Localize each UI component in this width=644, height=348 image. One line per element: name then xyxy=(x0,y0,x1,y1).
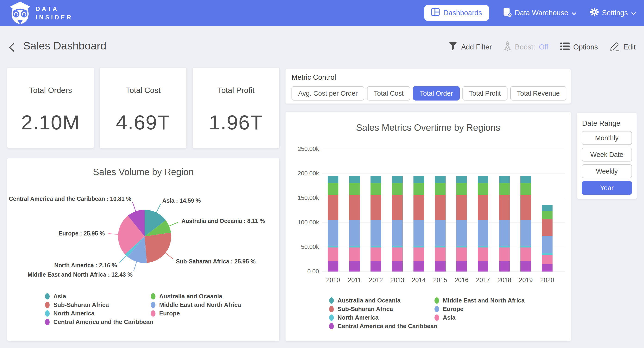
add-filter-button[interactable]: Add Filter xyxy=(448,42,492,53)
bar-segment-2015-europe xyxy=(435,220,446,245)
kpi-value: 1.96T xyxy=(193,111,279,134)
legend-label: Australia and Oceania xyxy=(338,297,400,304)
bar-segment-2010-europe xyxy=(328,220,338,245)
bar-segment-2019-europe xyxy=(520,220,531,245)
date-range-title: Date Range xyxy=(582,119,620,128)
pie-legend-item-europe[interactable]: Europe xyxy=(151,309,241,318)
brand-line1: DATA xyxy=(36,5,73,13)
bar-segment-2017-middle-east-and-north-africa xyxy=(478,183,488,195)
bar-segment-2016-europe xyxy=(456,220,467,245)
bar-segment-2014-central-america-and-the-caribbean xyxy=(414,261,424,271)
bar-legend-item-asia[interactable]: Asia xyxy=(434,313,524,322)
bar-legend-item-north-america[interactable]: North America xyxy=(329,313,438,322)
bar-legend-item-australia-and-oceania[interactable]: Australia and Oceania xyxy=(329,296,438,305)
database-icon xyxy=(502,7,512,19)
bar-segment-2015-asia xyxy=(435,247,446,261)
kpi-value: 4.69T xyxy=(100,111,186,134)
bar-segment-2014-europe xyxy=(414,220,424,245)
pie-legend-item-middle-east-and-north-africa[interactable]: Middle East and North Africa xyxy=(151,301,241,309)
pie-slice-sub-saharan-africa xyxy=(144,232,171,263)
pie-legend-item-australia-and-oceania[interactable]: Australia and Oceania xyxy=(151,292,241,301)
bar-segment-2012-australia-and-oceania xyxy=(370,176,381,183)
legend-dot xyxy=(151,310,156,316)
edit-button[interactable]: Edit xyxy=(610,41,636,53)
nav-item-data-warehouse[interactable]: Data Warehouse xyxy=(502,7,576,19)
y-tick-label: 50.00k xyxy=(286,243,319,250)
legend-dot xyxy=(151,302,156,308)
bar-segment-2010-sub-saharan-africa xyxy=(328,195,338,220)
bar-chart-title: Sales Metrics Overtime by Regions xyxy=(286,123,571,133)
bar-segment-2018-central-america-and-the-caribbean xyxy=(499,261,510,271)
legend-label: Europe xyxy=(159,310,180,317)
boost-label: Boost: xyxy=(515,43,535,51)
legend-dot xyxy=(434,314,439,321)
nav-menu: Dashboards Data Warehouse xyxy=(424,0,636,26)
bar-segment-2020-europe xyxy=(542,236,552,253)
metric-option-total-profit[interactable]: Total Profit xyxy=(462,86,508,101)
edit-label: Edit xyxy=(624,43,636,51)
pie-legend-item-asia[interactable]: Asia xyxy=(45,292,154,301)
bar-segment-2011-central-america-and-the-caribbean xyxy=(349,261,360,271)
gridline xyxy=(322,174,565,174)
bar-legend-item-central-america-and-the-caribbean[interactable]: Central America and the Caribbean xyxy=(329,322,438,330)
date-range-option-week-date[interactable]: Week Date xyxy=(582,148,632,162)
pie-chart-card: Sales Volume by Region Asia : 14.59 %Aus… xyxy=(8,158,279,341)
nav-warehouse-label: Data Warehouse xyxy=(515,9,568,17)
brand[interactable]: DATA INSIDER xyxy=(8,1,73,26)
bar-segment-2010-asia xyxy=(328,247,338,261)
y-tick-label: 0.00 xyxy=(286,268,319,275)
nav-item-dashboards[interactable]: Dashboards xyxy=(424,5,489,21)
bar-segment-2013-sub-saharan-africa xyxy=(392,195,402,220)
bar-segment-2014-asia xyxy=(414,247,424,261)
gear-icon xyxy=(590,8,599,18)
bar-segment-2020-north-america xyxy=(542,253,552,255)
gridline xyxy=(322,271,565,272)
metric-control-panel: Metric Control Avg. Cost per OrderTotal … xyxy=(286,69,571,104)
legend-dot xyxy=(45,293,50,299)
bar-segment-2013-middle-east-and-north-africa xyxy=(392,183,402,195)
date-range-option-monthly[interactable]: Monthly xyxy=(582,131,632,145)
metric-option-total-revenue[interactable]: Total Revenue xyxy=(510,86,566,101)
bar-segment-2016-middle-east-and-north-africa xyxy=(456,183,467,195)
date-range-option-year[interactable]: Year xyxy=(582,181,632,195)
nav-item-settings[interactable]: Settings xyxy=(590,8,636,18)
boost-toggle[interactable]: Boost: Off xyxy=(504,41,548,53)
bar-segment-2017-australia-and-oceania xyxy=(478,176,488,183)
bar-segment-2016-central-america-and-the-caribbean xyxy=(456,261,467,271)
back-button[interactable] xyxy=(8,42,17,52)
pie-label-europe: Europe : 25.95 % xyxy=(58,230,105,237)
bar-legend-item-middle-east-and-north-africa[interactable]: Middle East and North Africa xyxy=(434,296,524,305)
bar-segment-2011-europe xyxy=(349,220,360,245)
options-button[interactable]: Options xyxy=(560,42,598,52)
metric-buttons: Avg. Cost per OrderTotal CostTotal Order… xyxy=(292,86,566,101)
pie-legend-item-sub-saharan-africa[interactable]: Sub-Saharan Africa xyxy=(45,301,154,309)
bar-segment-2013-europe xyxy=(392,220,402,245)
bar-legend-item-europe[interactable]: Europe xyxy=(434,305,524,313)
kpi-label: Total Orders xyxy=(8,86,94,95)
filter-funnel-icon xyxy=(448,42,457,53)
sales-dashboard-page: DATA INSIDER Dashboards xyxy=(0,0,644,348)
bar-legend-item-sub-saharan-africa[interactable]: Sub-Saharan Africa xyxy=(329,305,438,313)
pie-legend-item-central-america-and-the-caribbean[interactable]: Central America and the Caribbean xyxy=(45,318,154,326)
metric-option-avg-cost-per-order[interactable]: Avg. Cost per Order xyxy=(292,86,364,101)
metric-option-total-cost[interactable]: Total Cost xyxy=(367,86,410,101)
pie-label-line xyxy=(120,255,126,263)
bar-segment-2018-europe xyxy=(499,220,510,245)
legend-dot xyxy=(329,306,334,312)
pie-label-line xyxy=(165,253,173,259)
bar-segment-2016-australia-and-oceania xyxy=(456,176,467,183)
bar-segment-2014-sub-saharan-africa xyxy=(414,195,424,220)
kpi-label: Total Profit xyxy=(193,86,279,95)
chevron-down-icon xyxy=(572,9,576,17)
pie-label-line xyxy=(134,261,137,271)
bar-segment-2020-central-america-and-the-caribbean xyxy=(542,264,552,271)
pie-legend-item-north-america[interactable]: North America xyxy=(45,309,154,318)
date-range-option-weekly[interactable]: Weekly xyxy=(582,164,632,178)
pie-label-asia: Asia : 14.59 % xyxy=(162,197,201,204)
legend-dot xyxy=(329,297,334,304)
legend-label: Sub-Saharan Africa xyxy=(338,305,393,313)
bar-segment-2018-sub-saharan-africa xyxy=(499,195,510,220)
metric-option-total-order[interactable]: Total Order xyxy=(413,86,460,101)
bar-segment-2013-australia-and-oceania xyxy=(392,176,402,183)
list-options-icon xyxy=(560,42,570,52)
